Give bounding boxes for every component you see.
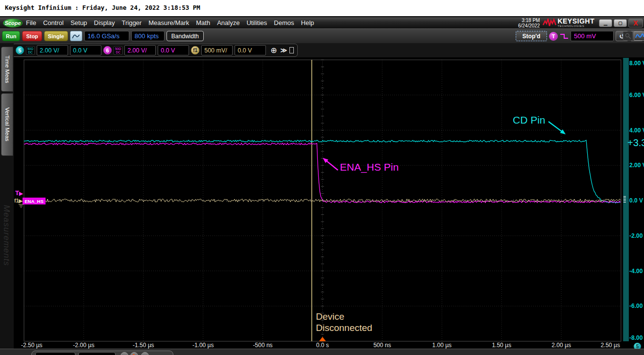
bandwidth-button[interactable]: Bandwidth [167,31,204,41]
x-tick-label: 2.00 µs [551,342,571,349]
left-sidebar: Time Meas Vertical Meas Measurements [0,43,14,349]
scope-logo[interactable]: Scope [3,19,23,27]
toolbar-corner-icons [623,31,644,41]
x-tick-label: 500 ns [373,342,391,349]
oscilloscope-app: Keysight Infiniium : Friday, June 24, 20… [0,0,644,355]
menu-item-demos[interactable]: Demos [270,17,297,29]
trigger-level-field[interactable]: 500 mV [571,31,614,41]
voltage-axis: 8.00 V6.00 V4.00 V2.00 V0.0 V-2.00 V-4.0… [629,57,644,342]
stop-button[interactable]: Stop [22,31,42,41]
cd-pin-annotation: CD Pin [513,114,546,126]
menu-items: FileControlSetupDisplayTriggerMeasure/Ma… [23,17,317,29]
clock-date: 6/24/2022 [518,23,540,28]
falling-edge-icon[interactable] [560,32,569,40]
x-tick-label: -1.00 µs [192,342,214,349]
y-tick-label: 2.00 V [629,162,644,169]
clock-time: 3:18 PM [518,18,540,23]
x-tick-label: -2.00 µs [73,342,95,349]
tab-vertical-meas[interactable]: Vertical Meas [1,93,13,156]
bottom-field-2[interactable] [78,352,116,355]
menu-item-control[interactable]: Control [40,17,67,29]
minimize-button[interactable]: ▁ [599,19,612,27]
menu-item-setup[interactable]: Setup [67,17,91,29]
menu-item-display[interactable]: Display [91,17,119,29]
trigger-source-badge[interactable]: T [549,32,558,41]
bottom-field-1[interactable] [35,352,75,355]
channel-6-coupling[interactable]: 50ΩDC [114,46,122,55]
function-f1-scale-field[interactable]: 500 mV/ [201,45,233,55]
channel-6-offset-field[interactable]: 0.0 V [158,45,189,55]
x-tick-label: -1.50 µs [133,342,154,349]
x-tick-label: -2.50 µs [21,342,43,349]
waveform-tool-icon[interactable] [634,31,644,41]
function-f1-offset-field[interactable]: 0.0 V [235,45,266,55]
menu-item-utilities[interactable]: Utilities [243,17,270,29]
x-tick-label: 0.0 s [316,342,329,349]
toolbar: Run Stop Single 16.0 GSa/s 800 kpts Band… [0,28,644,43]
channel-5-offset-field[interactable]: 0.0 V [70,45,101,55]
undock-icon[interactable] [289,47,294,53]
channel-5-scale-field[interactable]: 2.00 V/ [37,45,68,55]
ena-hs-trace-label[interactable]: ENA_HS [23,198,46,204]
x-tick-label: -500 ns [253,342,273,349]
window-title: Keysight Infiniium : Friday, June 24, 20… [5,4,200,11]
brand-name: KEYSIGHT [557,18,595,25]
menubar: Scope FileControlSetupDisplayTriggerMeas… [0,16,644,28]
bottom-results-bar [0,349,644,355]
clock: 3:18 PM 6/24/2022 [518,18,540,28]
y-tick-label: -6.00 V [629,303,644,309]
keysight-logo: KEYSIGHT TECHNOLOGIES [543,18,595,28]
menu-item-help[interactable]: Help [298,17,318,29]
trigger-level-marker[interactable]: T▶ [15,189,23,197]
menu-item-trigger[interactable]: Trigger [118,17,145,29]
y-tick-label: 6.00 V [629,92,644,99]
rail-voltage-label: +3.3V [627,137,644,149]
time-axis: -2.50 µs-2.00 µs-1.50 µs-1.00 µs-500 ns0… [14,342,623,349]
acquisition-status-button[interactable]: Stop'd [516,31,547,41]
y-tick-label: 8.00 V [629,60,644,67]
acquisition-mode-icon[interactable] [70,31,82,41]
desktop-titlebar: Keysight Infiniium : Friday, June 24, 20… [0,0,644,16]
channel-6-scale-field[interactable]: 2.00 V/ [124,45,156,55]
y-tick-label: -8.00 V [629,334,644,341]
y-tick-label: 4.00 V [629,127,644,134]
keysight-spark-icon [543,18,557,28]
ena-hs-pin-annotation: ENA_HS Pin [340,161,399,173]
tab-time-meas[interactable]: Time Meas [1,47,13,92]
menu-item-math[interactable]: Math [192,17,214,29]
menu-item-analyze[interactable]: Analyze [214,17,243,29]
run-button[interactable]: Run [2,31,20,41]
toolbar-left-group: Run Stop Single 16.0 GSa/s 800 kpts Band… [2,31,204,41]
y-tick-label: -4.00 V [629,268,644,275]
single-button[interactable]: Single [44,31,68,41]
channel-6-badge[interactable]: 6 [103,46,112,54]
waveform-display[interactable] [14,57,623,342]
f1-level-marker[interactable]: f1▶ [14,198,23,203]
device-disconnected-annotation: Device Disconnected [316,311,372,333]
close-button[interactable]: X [628,19,643,27]
ground-level-marker [623,196,626,203]
sample-rate-field[interactable]: 16.0 GSa/s [84,31,129,41]
add-channel-button[interactable]: ⊕ [270,46,277,55]
measurements-watermark: Measurements [1,205,11,266]
menu-item-file[interactable]: File [23,17,40,29]
zoom-tool-icon[interactable] [623,31,633,41]
channel-panel: 5 50ΩDC 2.00 V/ 0.0 V 6 50ΩDC 2.00 V/ 0.… [12,44,298,57]
function-f1-badge[interactable]: f1 [191,46,199,54]
menu-item-measure-mark[interactable]: Measure/Mark [145,17,192,29]
x-tick-label: 1.50 µs [492,342,511,349]
y-tick-label: -2.00 V [629,232,644,239]
expand-channels-button[interactable]: ≫ [281,47,286,54]
maximize-button[interactable]: ▢ [614,19,627,27]
x-tick-label: 2.50 µs [600,342,620,349]
y-tick-label: 0.0 V [629,197,643,204]
channel-5-coupling[interactable]: 50ΩDC [26,46,35,55]
channel-bar: 5 50ΩDC 2.00 V/ 0.0 V 6 50ΩDC 2.00 V/ 0.… [0,43,644,57]
memory-depth-field[interactable]: 800 kpts [131,31,165,41]
x-tick-label: 1.00 µs [432,342,452,349]
channel-5-badge[interactable]: 5 [16,46,24,54]
